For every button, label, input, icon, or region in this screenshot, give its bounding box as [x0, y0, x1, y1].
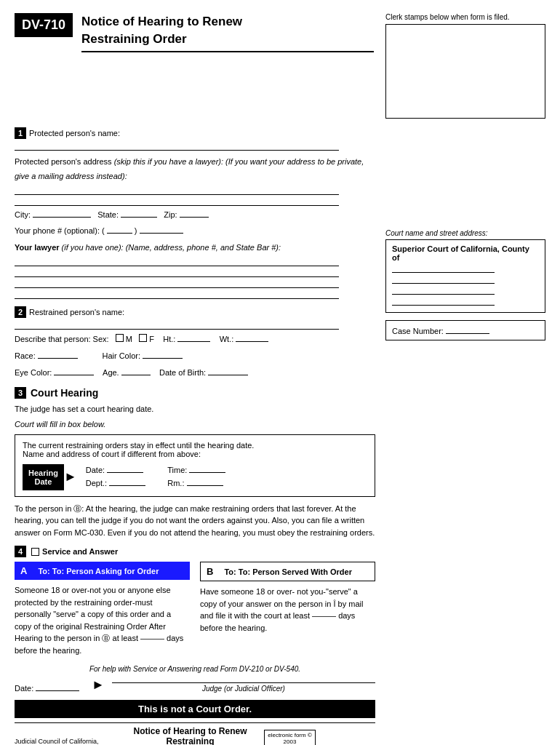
- col-b-header-text: To: To: Person Served With Order: [224, 567, 352, 576]
- court-name-text: Superior Court of California, County of: [392, 244, 539, 262]
- section3-subtitle: The judge has set a court hearing date.: [15, 403, 375, 415]
- footer-center: Notice of Hearing to Renew Restraining O…: [116, 726, 264, 745]
- section3-number: 3: [15, 387, 26, 399]
- col-b-letter: B: [207, 566, 213, 577]
- court-name-label: Court name and street address:: [385, 229, 545, 237]
- race-label: Race:: [15, 351, 36, 360]
- section2-number: 2: [15, 306, 26, 318]
- m-label: M: [126, 335, 132, 343]
- col-a-header-text: To: To: Person Asking for Order: [38, 567, 159, 575]
- footer-logo: electronic form © 2003 WWW.LawCA.co Law …: [264, 730, 316, 745]
- phone-close: ): [135, 226, 137, 235]
- service-col-a: A To: To: Person Asking for Order Someon…: [15, 562, 190, 661]
- sex-m-checkbox[interactable]: [116, 334, 124, 342]
- form-title: Notice of Hearing to Renew Restraining O…: [81, 13, 374, 52]
- f-label: F: [149, 335, 154, 343]
- case-number-label: Case Number:: [392, 327, 444, 335]
- hair-color-label: Hair Color:: [102, 351, 140, 360]
- para-text: To the person in Ⓑ: At the hearing, the …: [15, 503, 375, 539]
- bottom-bar: This is not a Court Order.: [15, 700, 375, 718]
- help-text: For help with Service or Answering read …: [15, 665, 375, 673]
- hearing-line1: The current restraining orders stay in e…: [23, 441, 367, 450]
- city-label: City:: [15, 210, 31, 219]
- court-fill-italic: Court will fill in box below.: [15, 420, 375, 429]
- lawyer-italic: (if you have one): (Name, address, phone…: [62, 243, 281, 252]
- service-col-a-header: A To: To: Person Asking for Order: [15, 562, 190, 580]
- section4-title: Service and Answer: [42, 547, 118, 556]
- section4-number: 4: [15, 546, 26, 557]
- col-a-letter: A: [20, 565, 27, 576]
- judge-label: Judge (or Judicial Officer): [112, 685, 375, 693]
- wt-label: Wt.:: [220, 335, 234, 343]
- clerk-stamp-label: Clerk stamps below when form is filed.: [385, 13, 510, 21]
- hearing-badge: Hearing Date: [23, 464, 64, 490]
- hearing-time-label: Time:: [167, 464, 225, 474]
- ht-label: Ht.:: [163, 335, 175, 343]
- col-a-text: Someone 18 or over-not you or anyone els…: [15, 584, 190, 656]
- service-col-b: B To: To: Person Served With Order Have …: [200, 562, 375, 661]
- dob-label: Date of Birth:: [159, 368, 206, 377]
- service-answer-checkbox[interactable]: [31, 548, 39, 556]
- clerk-stamp-box: [385, 24, 545, 119]
- sex-f-checkbox[interactable]: [139, 334, 147, 342]
- court-name-box: Superior Court of California, County of: [385, 239, 545, 313]
- hearing-dept-label: Dept.:: [86, 477, 145, 487]
- hearing-line2: Name and address of court if different f…: [23, 450, 367, 458]
- section1-number: 1: [15, 127, 26, 139]
- zip-label: Zip:: [164, 210, 177, 219]
- hearing-date-label: Date:: [86, 464, 145, 474]
- service-col-b-header: B To: To: Person Served With Order: [200, 562, 375, 581]
- state-label: State:: [97, 210, 119, 219]
- hearing-box: The current restraining orders stay in e…: [15, 434, 375, 497]
- judge-arrow-icon: ►: [92, 677, 105, 693]
- col-b-text: Have someone 18 or over- not you-"serve"…: [200, 586, 375, 634]
- address-label: Protected person's address: [15, 157, 112, 166]
- phone-label: Your phone # (optional): (: [15, 226, 105, 235]
- section3-title: Court Hearing: [31, 387, 98, 399]
- lawyer-label: Your lawyer: [15, 243, 60, 252]
- describe-label: Describe that person: Sex:: [15, 335, 109, 343]
- form-number-box: DV-710: [15, 13, 73, 37]
- hearing-arrow: ►: [64, 469, 77, 485]
- eye-color-label: Eye Color:: [15, 368, 52, 377]
- footer-left: Judicial Council of California, New Janu…: [15, 738, 116, 745]
- restrained-label: Restrained person's name:: [29, 308, 124, 316]
- hearing-rm-label: Rm.:: [167, 477, 225, 487]
- age-label: Age.: [103, 368, 119, 377]
- protected-person-label: Protected person's name:: [29, 129, 120, 138]
- case-number-box: Case Number:: [385, 320, 545, 340]
- date-label: Date:: [15, 684, 33, 693]
